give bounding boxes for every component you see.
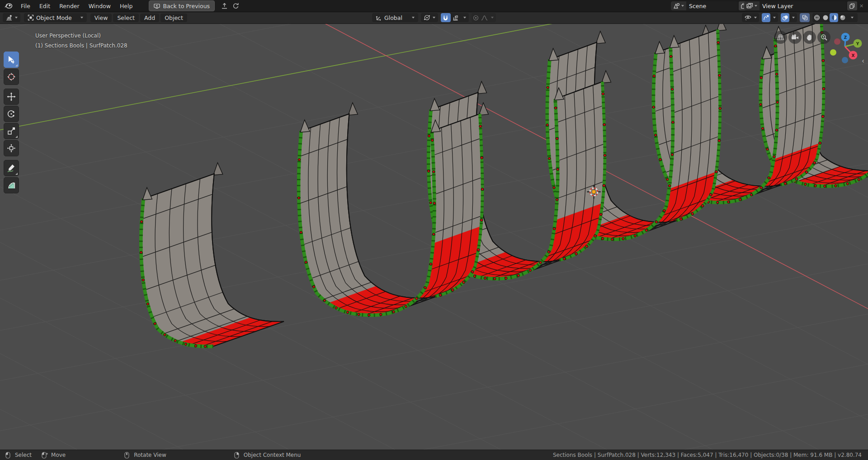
view-layer-browse-button[interactable] — [744, 1, 760, 10]
camera-icon — [791, 34, 799, 41]
topbar-menu-help[interactable]: Help — [115, 1, 137, 11]
viewport-header: Object Mode ViewSelectAddObject Global — [0, 12, 868, 24]
camera-view-button[interactable] — [788, 31, 802, 44]
new-view-layer-button[interactable] — [847, 1, 857, 10]
scale-icon — [7, 127, 16, 136]
tool-move[interactable] — [4, 89, 19, 105]
shading-wireframe-button[interactable] — [812, 13, 821, 22]
proportional-editing-toggle[interactable] — [472, 13, 480, 22]
hull-section[interactable] — [140, 163, 284, 347]
refresh-icon[interactable] — [232, 3, 239, 9]
snap-options-button[interactable] — [461, 13, 469, 22]
scene-name-field[interactable]: Scene — [686, 1, 738, 10]
viewport-menu-select[interactable]: Select — [113, 14, 139, 22]
topbar-menu-render[interactable]: Render — [55, 1, 84, 11]
mode-dropdown[interactable]: Object Mode — [24, 13, 87, 22]
export-icon[interactable] — [221, 3, 228, 9]
tool-measure[interactable] — [4, 177, 19, 193]
object-visibility-dropdown[interactable] — [742, 13, 759, 22]
hull-section[interactable] — [297, 103, 488, 316]
tool-tweak-select[interactable] — [4, 52, 19, 68]
topbar-menu-window[interactable]: Window — [84, 1, 115, 11]
shading-rendered-button[interactable] — [838, 13, 847, 22]
xray-toggle[interactable] — [800, 13, 810, 22]
tool-cursor-3d[interactable] — [4, 69, 19, 85]
tool-scale[interactable] — [4, 123, 19, 139]
gizmo-x-label: X — [852, 53, 855, 58]
blender-window: { "topbar": { "menus": ["File", "Edit", … — [0, 0, 868, 460]
subtool-corner-indicator — [15, 136, 18, 138]
gizmo-options-button[interactable] — [770, 13, 778, 22]
proportional-editing-group — [472, 13, 496, 22]
pivot-point-icon — [424, 14, 430, 21]
xray-icon — [802, 13, 808, 22]
tool-rotate[interactable] — [4, 106, 19, 122]
editor-3d-viewport-icon — [5, 14, 13, 21]
viewport-menu-object[interactable]: Object — [160, 14, 187, 22]
back-to-previous-button[interactable]: Back to Previous — [149, 0, 215, 11]
proportional-falloff-button[interactable] — [480, 13, 489, 22]
gizmo-minus-y[interactable] — [830, 49, 836, 56]
mouse-hints: SelectMoveRotate ViewObject Context Menu — [0, 452, 301, 459]
view-name-label: User Perspective (Local) — [35, 31, 127, 41]
viewport-menu-add[interactable]: Add — [140, 14, 159, 22]
editor-type-button[interactable] — [3, 13, 20, 22]
active-object-label: (1) Sections Bools | SurfPatch.028 — [35, 41, 127, 51]
blender-logo-icon[interactable] — [5, 3, 13, 9]
shading-mode-group — [812, 13, 858, 22]
pan-view-button[interactable] — [803, 31, 816, 44]
chevron-down-icon — [851, 17, 854, 19]
tool-transform[interactable] — [4, 140, 19, 156]
remove-view-layer-button[interactable]: ✕ — [857, 3, 866, 9]
gizmo-minus-z[interactable] — [842, 57, 848, 63]
snap-toggle-button[interactable] — [441, 13, 451, 22]
view-layer-selector: View Layer ✕ — [744, 1, 866, 10]
view-layer-icon — [746, 3, 753, 9]
transform-icon — [7, 144, 16, 153]
navigation-gizmo[interactable]: Z Y X — [825, 26, 865, 67]
shading-material-preview-button[interactable] — [830, 13, 838, 22]
gizmo-y-label: Y — [856, 42, 859, 46]
scene-statistics: Sections Bools | SurfPatch.028 | Verts:1… — [553, 450, 862, 460]
hint-label: Move — [51, 452, 66, 458]
viewport-canvas[interactable] — [0, 23, 868, 450]
viewport-3d[interactable]: User Perspective (Local) (1) Sections Bo… — [0, 23, 868, 450]
object-mode-icon — [28, 14, 34, 21]
transform-orientation-dropdown[interactable]: Global — [372, 13, 418, 22]
perspective-toggle-button[interactable] — [774, 31, 787, 44]
chevron-down-icon — [491, 17, 494, 19]
pivot-point-dropdown[interactable] — [421, 13, 438, 22]
shading-solid-button[interactable] — [821, 13, 830, 22]
chevron-down-icon — [773, 17, 776, 19]
viewport-menus: ViewSelectAddObject — [90, 14, 187, 22]
gizmos-toggle[interactable] — [762, 13, 770, 22]
rotate-icon — [7, 109, 16, 118]
tool-annotate[interactable] — [4, 160, 19, 176]
chevron-down-icon — [754, 17, 757, 19]
tool-shelf — [4, 52, 19, 194]
magnet-icon — [443, 15, 448, 21]
viewport-menu-view[interactable]: View — [90, 14, 112, 22]
snapping-group — [441, 13, 469, 22]
overlays-options-button[interactable] — [789, 13, 797, 22]
proportional-options-button[interactable] — [489, 13, 496, 22]
overlays-toggle[interactable] — [781, 13, 789, 22]
topbar-menu-file[interactable]: File — [16, 1, 35, 11]
topbar-menu-edit[interactable]: Edit — [35, 1, 55, 11]
cursor-3d-icon — [7, 72, 16, 81]
chevron-down-icon — [792, 17, 795, 19]
sidebar-collapse-arrow[interactable]: ‹ — [862, 57, 864, 65]
scene-browse-button[interactable] — [671, 1, 686, 10]
chevron-down-icon — [433, 17, 435, 19]
wireframe-sphere-icon — [814, 14, 820, 21]
overlays-group — [781, 13, 797, 22]
gizmo-minus-x[interactable] — [834, 38, 840, 45]
chevron-down-icon — [15, 17, 18, 19]
topbar-menus: FileEditRenderWindowHelp — [16, 3, 137, 9]
mouse-middle-icon — [124, 452, 131, 459]
view-layer-name-field[interactable]: View Layer — [760, 1, 846, 10]
snap-with-button[interactable] — [451, 13, 461, 22]
tweak-select-icon — [7, 55, 16, 64]
shading-options-button[interactable] — [847, 13, 858, 22]
hint-select: Select — [5, 452, 32, 459]
